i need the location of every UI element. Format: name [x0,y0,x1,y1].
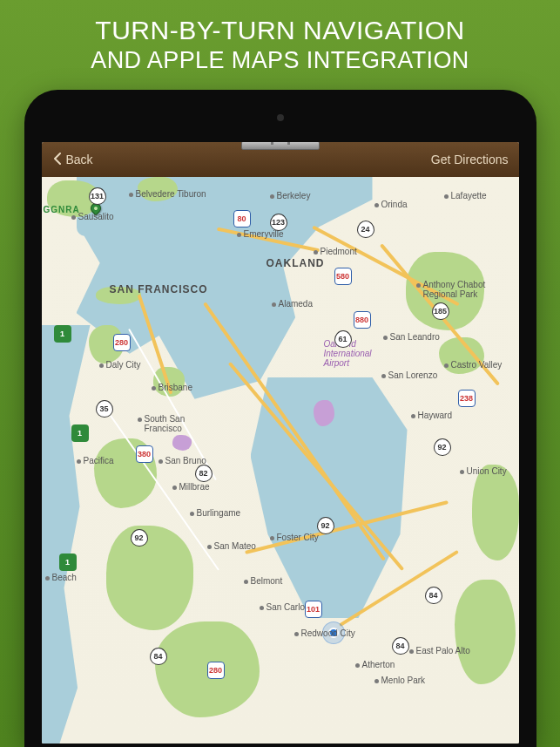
highway-shield: 84 [425,587,442,604]
back-button[interactable]: Back [52,153,93,167]
city-label: Millbrae [179,482,210,492]
city-dot [129,193,133,197]
city-label: Atherton [362,660,395,669]
city-label: Piedmont [320,247,357,256]
highway-shield: 84 [392,637,409,655]
city-label: Pacifica [84,456,114,465]
city-dot [190,512,194,516]
park-area [472,465,519,560]
city-dot [374,679,379,683]
park-area [106,526,193,630]
city-label: Lafayette [451,191,487,200]
city-label: Orinda [381,200,408,209]
highway-shield: 101 [305,601,322,618]
city-label: Sausalito [78,212,114,221]
app-screen: Back Get Directions [42,142,519,744]
highway-shield: 280 [113,334,131,351]
city-dot [244,580,248,584]
city-dot [294,632,299,636]
promo-line-2: AND APPLE MAPS INTEGRATION [7,47,553,74]
city-dot [314,250,318,255]
clipboard-icon [241,142,320,157]
city-label: San Bruno [165,456,206,465]
city-label-big: Oakland [267,257,325,269]
city-dot [71,215,76,220]
city-dot [207,545,212,549]
navigation-bar: Back Get Directions [42,142,519,177]
city-label: San Lorenzo [388,370,438,380]
city-label: San Carlos [267,602,309,612]
highway-shield: 92 [131,529,148,547]
city-label: Belmont [251,576,283,586]
city-label: Brisbane [159,383,192,392]
city-dot [99,363,104,368]
city-label: Foster City [277,533,319,542]
city-label: San Mateo [214,541,256,551]
city-label-big: San Francisco [110,283,208,295]
city-label: San Leandro [390,332,440,342]
get-directions-button[interactable]: Get Directions [431,153,509,166]
highway-shield: 24 [357,221,374,238]
highway-shield: 35 [96,400,113,418]
city-label: Beach [52,573,77,582]
city-label: Menlo Park [381,676,426,685]
highway-shield: 92 [317,517,334,534]
highway-shield: 380 [136,445,153,463]
city-label: Berkeley [277,191,311,200]
highway-shield: 61 [334,330,352,348]
city-label: Hayward [418,411,452,420]
ggnra-label: GGNRA [44,205,80,214]
city-dot [374,203,379,207]
park-area [172,435,192,451]
city-dot [138,418,142,422]
city-dot [172,486,177,490]
promo-banner: TURN-BY-TURN NAVIGATION AND APPLE MAPS I… [0,0,560,86]
back-label: Back [66,153,93,166]
city-dot [411,414,415,418]
promo-line-1: TURN-BY-TURN NAVIGATION [7,16,553,45]
highway-shield: 280 [207,662,225,679]
highway-shield: 880 [354,311,371,329]
city-label: East Palo Alto [416,646,470,655]
highway-shield: 1 [59,553,77,571]
city-label: Daly City [106,360,141,370]
city-label: Union City [467,466,507,476]
ocean-water [42,325,111,744]
city-label: Belvedere Tiburon [136,189,206,199]
chevron-left-icon [52,153,63,167]
city-dot [260,606,264,610]
city-dot [77,459,81,464]
city-dot [159,459,163,464]
city-label: Redwood City [301,628,355,638]
city-dot [270,536,274,540]
highway-shield: 238 [458,390,476,407]
city-dot [45,576,50,581]
city-dot [460,470,464,474]
city-dot [355,663,360,668]
city-label: Anthony ChabotRegional Park [423,280,486,299]
park-area [314,400,334,426]
highway-shield: 1 [54,325,71,343]
highway-shield: 80 [233,210,251,227]
city-dot [444,363,449,368]
city-dot [272,302,276,307]
city-label: Burlingame [197,508,241,518]
highway-shield: 84 [150,648,167,665]
city-dot [444,194,449,199]
highway-shield: 82 [195,465,213,482]
city-dot [381,374,386,378]
park-area [455,580,516,684]
tablet-frame: Back Get Directions [24,90,536,747]
map-view[interactable]: GGNRA OaklandInternationalAirport San Fr… [42,177,519,744]
city-dot [409,649,414,654]
city-label: Castro Valley [451,360,503,370]
highway-shield: 92 [434,438,451,456]
camera-dot [277,114,284,121]
highway-shield: 185 [432,302,449,320]
highway-shield: 580 [334,268,352,285]
city-dot [152,386,156,390]
city-dot [383,336,388,340]
highway-shield: 123 [270,214,287,231]
highway-shield: 1 [71,424,89,442]
city-dot [270,194,274,199]
